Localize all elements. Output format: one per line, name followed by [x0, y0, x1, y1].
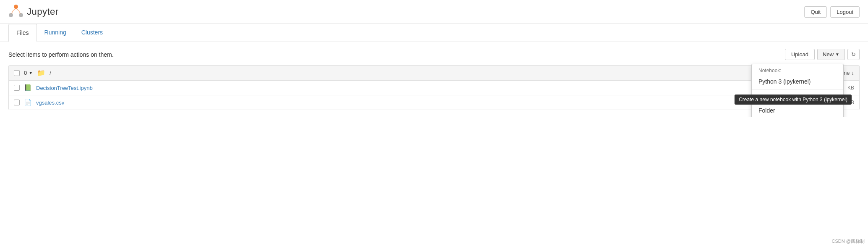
select-items-text: Select items to perform actions on them.: [8, 51, 114, 58]
file-size-1: MB: [847, 100, 854, 105]
refresh-button[interactable]: ↻: [847, 49, 860, 60]
sort-icon: ↓: [852, 70, 855, 76]
svg-point-2: [19, 13, 23, 17]
file-list-header: 0 ▼ 📁 / Name ↓: [9, 66, 859, 81]
folder-icon: 📁: [37, 69, 45, 77]
table-row: 📄 vgsales.csv 2 hours ago MB: [9, 95, 859, 110]
notebook-icon: 📗: [24, 84, 32, 92]
dropdown-section-label: Notebook:: [752, 64, 843, 75]
tab-files[interactable]: Files: [8, 24, 37, 42]
file-link-csv[interactable]: vgsales.csv: [36, 100, 64, 106]
file-checkbox-1[interactable]: [14, 100, 20, 105]
dropdown-item-text-file[interactable]: Text File: [752, 92, 843, 104]
new-dropdown-menu: Notebook: Python 3 (ipykernel) Create a …: [751, 64, 844, 117]
count-caret-icon: ▼: [29, 71, 33, 75]
action-buttons: Upload New ▼ ↻ Notebook: Python 3 (ipyke…: [785, 49, 860, 60]
logo: Jupyter: [8, 4, 59, 19]
content-area: Select items to perform actions on them.…: [0, 42, 868, 117]
table-row: 📗 DecisionTreeTest.ipynb Running 2 hours…: [9, 81, 859, 95]
new-button[interactable]: New ▼: [817, 49, 845, 60]
tab-running[interactable]: Running: [37, 24, 74, 42]
logout-button[interactable]: Logout: [830, 6, 860, 18]
dropdown-item-folder[interactable]: Folder: [752, 104, 843, 117]
jupyter-logo-icon: [8, 4, 24, 19]
toolbar-row: Select items to perform actions on them.…: [8, 49, 860, 60]
header: Jupyter Quit Logout: [0, 0, 868, 24]
breadcrumb: /: [50, 70, 51, 76]
header-buttons: Quit Logout: [804, 6, 860, 18]
file-size-0: KB: [847, 85, 854, 91]
svg-point-1: [9, 13, 13, 17]
file-checkbox-0[interactable]: [14, 85, 20, 91]
upload-button[interactable]: Upload: [785, 49, 815, 60]
item-count: 0 ▼: [24, 70, 33, 76]
tab-clusters[interactable]: Clusters: [74, 24, 110, 42]
dropdown-divider: [752, 89, 843, 90]
file-link-notebook[interactable]: DecisionTreeTest.ipynb: [36, 85, 93, 91]
dropdown-item-python3[interactable]: Python 3 (ipykernel) Create a new notebo…: [752, 75, 843, 88]
logo-text: Jupyter: [27, 6, 59, 17]
tabs-bar: Files Running Clusters: [0, 24, 868, 42]
svg-point-0: [14, 5, 18, 9]
select-all-checkbox[interactable]: [14, 70, 20, 76]
csv-icon: 📄: [24, 99, 32, 106]
new-caret-icon: ▼: [835, 52, 839, 57]
file-list-container: 0 ▼ 📁 / Name ↓ 📗 DecisionTreeTest.ipynb …: [8, 65, 860, 110]
quit-button[interactable]: Quit: [804, 6, 827, 18]
